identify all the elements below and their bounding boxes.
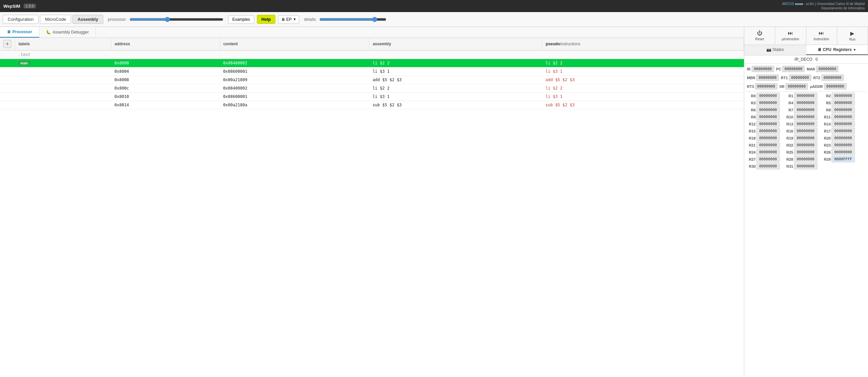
ep-button[interactable]: 🖥 EP ▼ — [278, 15, 300, 24]
content: 🖥 Processor 🐛 Assembly Debugger + labels… — [0, 27, 868, 377]
table-row[interactable]: 0x8008 0x00a21809 add $5 $2 $3 add $5 $2… — [0, 76, 744, 84]
register-item: R2000000000 — [821, 135, 858, 141]
row-address: 0x8004 — [111, 67, 220, 76]
register-item: R1300000000 — [783, 121, 820, 127]
instruction-icon: ⏭ — [819, 30, 824, 36]
reset-label: Reset — [755, 37, 764, 41]
row-label — [15, 76, 111, 84]
help-button[interactable]: Help — [257, 15, 275, 24]
register-item: R100000000 — [783, 93, 820, 99]
table-row[interactable]: main 0x8000 0x08400002 li $2 2 li $2 2 — [0, 59, 744, 67]
assembly-header: assembly — [369, 38, 542, 50]
register-item: R2600000000 — [821, 149, 858, 155]
row-address: 0x8014 — [111, 101, 220, 109]
register-row: R1800000000R1900000000R2000000000 — [746, 135, 867, 141]
ep-label: EP — [286, 17, 292, 22]
register-item: R1700000000 — [821, 128, 858, 134]
uinstruction-icon: ⏭ — [788, 30, 793, 36]
run-icon: ▶ — [850, 30, 854, 37]
tab-assembly[interactable]: Assembly — [72, 15, 103, 24]
row-index — [0, 101, 15, 109]
view-tabs: 🖥 Processor 🐛 Assembly Debugger — [0, 27, 744, 38]
state-tabs: 📷 States 🖥 CPU Registers ▼ — [744, 45, 868, 55]
pseudo-header: pseudoinstructions — [542, 38, 744, 50]
tab-microcode[interactable]: MicroCode — [40, 15, 71, 24]
row-pseudo: sub $5 $2 $3 — [542, 101, 744, 109]
debugger-tab[interactable]: 🐛 Assembly Debugger — [39, 27, 96, 38]
reset-button[interactable]: ⏻ Reset — [744, 27, 775, 44]
right-panel: ⏻ Reset ⏭ μInstruction ⏭ Instruction ▶ R… — [744, 27, 868, 377]
row-address: 0x8010 — [111, 93, 220, 101]
row-content: 0x08600001 — [220, 67, 369, 76]
cpu-icon: 🖥 — [281, 17, 285, 22]
assembly-table: + labels address content assembly pseudo… — [0, 38, 744, 109]
row-pseudo: li $3 1 — [542, 93, 744, 101]
address-header: address — [111, 38, 220, 50]
register-item: R3000000000 — [746, 163, 782, 169]
row-content: 0x00a21809 — [220, 76, 369, 84]
special-reg-item: IR00000000 — [747, 66, 774, 72]
register-item: R2400000000 — [746, 149, 782, 155]
debugger-tab-label: Assembly Debugger — [53, 30, 89, 35]
registers-tab[interactable]: 🖥 CPU Registers ▼ — [806, 45, 868, 55]
table-row[interactable]: 0x8014 0x00a2180a sub $5 $2 $3 sub $5 $2… — [0, 101, 744, 109]
special-reg-item: μADDR00000000 — [810, 83, 846, 90]
add-row-button[interactable]: + — [3, 40, 11, 48]
special-reg-item: RT300000000 — [747, 83, 777, 90]
register-row: R2700000000R2800000000R290000FFFF — [746, 156, 867, 162]
content-header: content — [220, 38, 369, 50]
row-content: 0x08600001 — [220, 93, 369, 101]
register-item: R700000000 — [783, 107, 820, 113]
row-pseudo: add $5 $2 $3 — [542, 76, 744, 84]
special-regs-row-2: MBR00000000RT100000000RT200000000 — [746, 74, 867, 82]
register-item: R300000000 — [746, 100, 782, 106]
row-label — [15, 93, 111, 101]
left-panel: 🖥 Processor 🐛 Assembly Debugger + labels… — [0, 27, 744, 377]
register-item: R2300000000 — [821, 142, 858, 148]
special-reg-item: RT100000000 — [781, 74, 811, 81]
ctrl-buttons: ⏻ Reset ⏭ μInstruction ⏭ Instruction ▶ R… — [744, 27, 868, 45]
register-item: R400000000 — [783, 100, 820, 106]
row-content: 0x00a2180a — [220, 101, 369, 109]
registers-dropdown-icon[interactable]: ▼ — [853, 48, 856, 52]
institution-logo: ARCOS ■■■■ · uc3m | Universidad Carlos I… — [782, 2, 865, 10]
processor-tab[interactable]: 🖥 Processor — [0, 27, 39, 38]
ir-deco-value: 0 — [816, 57, 818, 62]
details-slider[interactable] — [319, 17, 386, 22]
run-button[interactable]: ▶ Run — [837, 27, 868, 44]
row-label — [15, 67, 111, 76]
register-item: R3100000000 — [783, 163, 820, 169]
section-row: .text — [0, 50, 744, 59]
row-index — [0, 93, 15, 101]
row-content: 0x08400002 — [220, 59, 369, 67]
dropdown-arrow-icon: ▼ — [293, 18, 297, 21]
row-assembly: li $3 1 — [369, 93, 542, 101]
register-row: R2100000000R2200000000R2300000000 — [746, 142, 867, 148]
processor-slider[interactable] — [129, 17, 223, 22]
register-row: R2400000000R2500000000R2600000000 — [746, 149, 867, 155]
register-item: R600000000 — [746, 107, 782, 113]
special-regs-row-1: IR00000000PC00008000MAR00000000 — [746, 65, 867, 73]
register-row: R000000000R100000000R200000000 — [746, 93, 867, 99]
uinstruction-label: μInstruction — [782, 37, 799, 41]
special-reg-item: SR00000000 — [779, 83, 808, 90]
table-row[interactable]: 0x8010 0x08600001 li $3 1 li $3 1 — [0, 93, 744, 101]
examples-button[interactable]: Examples — [228, 15, 254, 24]
register-item: R1100000000 — [821, 114, 858, 120]
tab-configuration[interactable]: Configuration — [3, 15, 38, 24]
table-row[interactable]: 0x8004 0x08600001 li $3 1 li $3 1 — [0, 67, 744, 76]
row-content: 0x08400002 — [220, 84, 369, 93]
uinstruction-button[interactable]: ⏭ μInstruction — [775, 27, 806, 44]
states-tab[interactable]: 📷 States — [744, 45, 806, 55]
register-item: R000000000 — [746, 93, 782, 99]
instruction-button[interactable]: ⏭ Instruction — [806, 27, 837, 44]
special-regs-row-3: RT300000000SR00000000μADDR00000000 — [746, 83, 867, 90]
processor-tab-icon: 🖥 — [7, 30, 11, 34]
row-index — [0, 67, 15, 76]
topbar: WepSIM 1.9.6 ARCOS ■■■■ · uc3m | Univers… — [0, 0, 868, 12]
row-address: 0x8000 — [111, 59, 220, 67]
table-row[interactable]: 0x800c 0x08400002 li $2 2 li $2 2 — [0, 84, 744, 93]
row-assembly: li $2 2 — [369, 84, 542, 93]
section-label: .text — [15, 50, 744, 59]
register-item: R500000000 — [821, 100, 858, 106]
